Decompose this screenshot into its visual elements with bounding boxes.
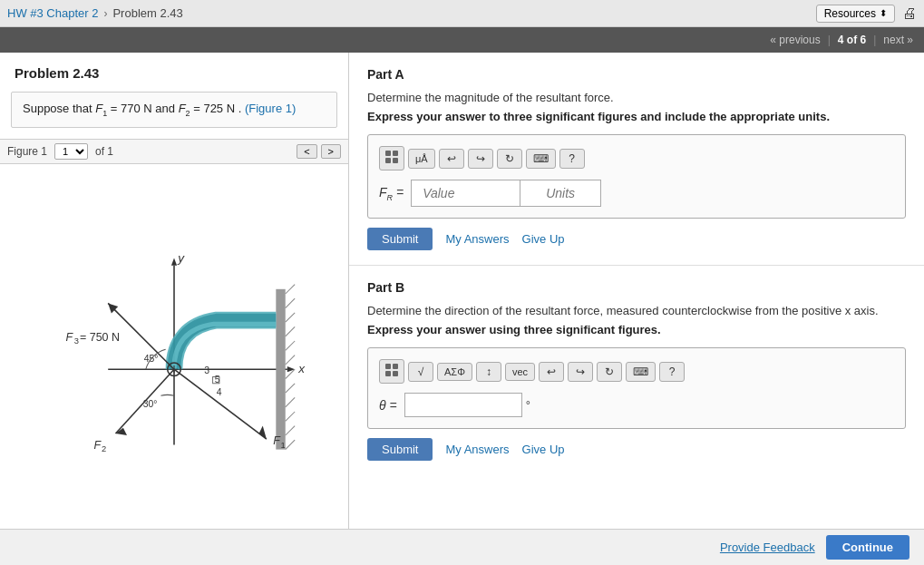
part-a-give-up-link[interactable]: Give Up — [522, 232, 565, 246]
part-b-answer-box: √ ΑΣΦ ↕ vec ↩ ↪ ↻ ⌨ ? — [367, 347, 906, 429]
problem-statement: Suppose that F1 = 770 N and F2 = 725 N .… — [11, 92, 337, 128]
previous-link[interactable]: « previous — [770, 34, 820, 46]
svg-rect-42 — [393, 151, 398, 156]
svg-text:3: 3 — [204, 365, 209, 375]
figure-link[interactable]: (Figure 1) — [245, 102, 296, 115]
svg-rect-6 — [276, 289, 285, 450]
svg-line-18 — [286, 440, 295, 449]
svg-rect-44 — [393, 158, 398, 163]
svg-text:= 750 N: = 750 N — [80, 331, 120, 344]
part-a-value-input[interactable] — [411, 180, 520, 207]
part-a-eq-label: FR = — [379, 185, 404, 202]
svg-line-28 — [174, 369, 267, 439]
figure-label: Figure 1 — [7, 145, 47, 158]
part-b-matrix-icon — [384, 363, 399, 377]
part-b-instruction: Express your answer using three signific… — [367, 323, 906, 336]
degree-symbol: ° — [526, 398, 530, 412]
svg-text:3: 3 — [74, 336, 79, 346]
part-a-input-row: FR = — [379, 180, 894, 207]
svg-rect-47 — [385, 371, 391, 376]
part-b-undo-button[interactable]: ↩ — [539, 362, 564, 382]
svg-line-15 — [286, 397, 295, 406]
svg-line-7 — [286, 285, 295, 294]
resources-chevron-icon: ⬍ — [880, 8, 887, 18]
part-b-matrix-button[interactable] — [379, 359, 404, 384]
greek-button[interactable]: ΑΣΦ — [437, 363, 472, 381]
part-b-title: Part B — [367, 280, 906, 295]
sqrt-button[interactable]: √ — [408, 362, 433, 382]
redo-button[interactable]: ↪ — [468, 149, 493, 169]
main-container: Problem 2.43 Suppose that F1 = 770 N and… — [0, 53, 924, 565]
part-b-submit-button[interactable]: Submit — [367, 438, 433, 461]
hw-link[interactable]: HW #3 Chapter 2 — [7, 6, 98, 20]
bottom-bar: Provide Feedback Continue — [0, 529, 924, 565]
continue-button[interactable]: Continue — [826, 535, 909, 560]
svg-line-12 — [286, 356, 295, 365]
svg-line-8 — [286, 298, 295, 307]
part-b-keyboard-button[interactable]: ⌨ — [626, 362, 656, 382]
nav-position: 4 of 6 — [838, 34, 866, 46]
resources-label: Resources — [824, 7, 876, 20]
part-b-description: Determine the direction of the resultant… — [367, 304, 906, 317]
nav-bar: « previous | 4 of 6 | next » — [0, 27, 924, 53]
reset-button[interactable]: ↻ — [497, 149, 522, 169]
figure-controls: Figure 1 1 of 1 < > — [0, 139, 348, 164]
breadcrumb-current: Problem 2.43 — [112, 6, 182, 20]
resources-button[interactable]: Resources ⬍ — [816, 5, 895, 23]
part-a-title: Part A — [367, 67, 906, 82]
of-label: of 1 — [95, 145, 113, 158]
svg-rect-45 — [385, 364, 391, 369]
svg-line-9 — [286, 313, 295, 322]
part-b-help-button[interactable]: ? — [659, 362, 685, 382]
next-link[interactable]: next » — [883, 34, 913, 46]
part-a-units-input[interactable] — [520, 180, 601, 207]
part-b-actions: Submit My Answers Give Up — [367, 438, 906, 461]
svg-line-11 — [286, 341, 295, 350]
part-b-reset-button[interactable]: ↻ — [597, 362, 622, 382]
part-a-my-answers-link[interactable]: My Answers — [445, 232, 509, 246]
part-a-toolbar: μÅ ↩ ↪ ↻ ⌨ ? — [379, 146, 894, 170]
svg-rect-43 — [385, 158, 391, 163]
figure-nav: < > — [297, 144, 341, 159]
svg-line-10 — [286, 326, 295, 336]
symbol-button[interactable]: μÅ — [408, 149, 435, 169]
part-b-toolbar: √ ΑΣΦ ↕ vec ↩ ↪ ↻ ⌨ ? — [379, 359, 894, 384]
part-b-redo-button[interactable]: ↪ — [568, 362, 593, 382]
arrows-button[interactable]: ↕ — [476, 362, 501, 382]
figure-diagram: x y — [29, 247, 319, 482]
svg-marker-4 — [171, 258, 177, 266]
top-bar: HW #3 Chapter 2 › Problem 2.43 Resources… — [0, 0, 924, 27]
svg-text:y: y — [177, 251, 185, 265]
keyboard-button[interactable]: ⌨ — [526, 149, 556, 169]
svg-rect-41 — [385, 151, 391, 156]
breadcrumb-separator: › — [103, 7, 107, 20]
svg-line-14 — [286, 384, 295, 393]
part-b-section: Part B Determine the direction of the re… — [349, 266, 924, 475]
svg-marker-1 — [287, 366, 295, 372]
svg-line-16 — [286, 412, 295, 421]
figure-select[interactable]: 1 — [54, 143, 88, 160]
part-b-my-answers-link[interactable]: My Answers — [445, 443, 509, 456]
figure-next-button[interactable]: > — [321, 144, 341, 159]
print-icon: 🖨 — [902, 5, 917, 21]
svg-text:F: F — [65, 331, 73, 344]
symbol-label: μÅ — [415, 153, 428, 164]
help-button[interactable]: ? — [559, 149, 585, 169]
part-b-give-up-link[interactable]: Give Up — [522, 443, 565, 456]
provide-feedback-link[interactable]: Provide Feedback — [720, 541, 815, 554]
part-b-angle-input[interactable] — [404, 393, 522, 417]
svg-text:4: 4 — [217, 387, 222, 397]
svg-text:1: 1 — [281, 441, 286, 450]
part-a-instruction: Express your answer to three significant… — [367, 110, 906, 123]
part-a-section: Part A Determine the magnitude of the re… — [349, 53, 924, 266]
figure-prev-button[interactable]: < — [297, 144, 316, 159]
figure-area: x y — [0, 164, 348, 565]
part-a-submit-button[interactable]: Submit — [367, 228, 433, 250]
part-b-input-row: θ = ° — [379, 393, 894, 417]
undo-button[interactable]: ↩ — [439, 149, 464, 169]
print-button[interactable]: 🖨 — [902, 5, 917, 22]
matrix-button[interactable] — [379, 146, 404, 170]
vec-button[interactable]: vec — [505, 363, 535, 381]
svg-text:2: 2 — [102, 444, 106, 453]
part-b-eq-label: θ = — [379, 398, 397, 413]
